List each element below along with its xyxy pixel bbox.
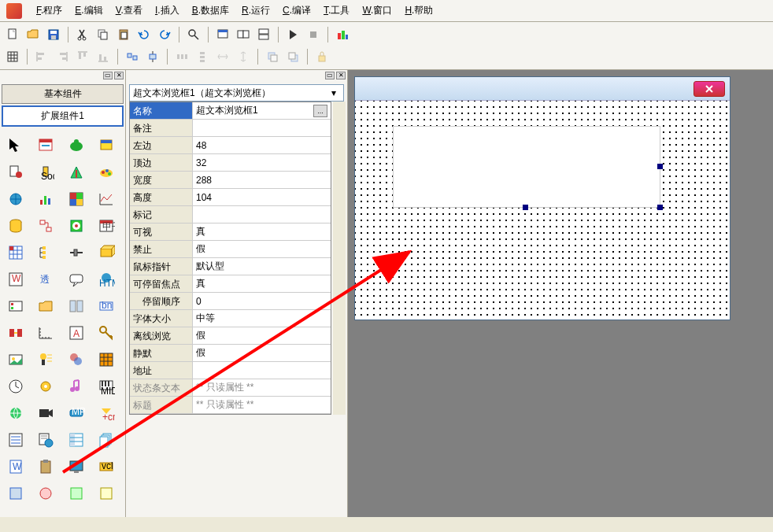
comp-gear-icon[interactable]	[35, 375, 57, 397]
prop-row[interactable]: 状态条文本** 只读属性 **	[130, 379, 331, 397]
align-bottom-button[interactable]	[94, 47, 113, 66]
comp-folder-icon[interactable]	[35, 295, 57, 317]
comp-calendar-icon[interactable]: 甲子	[95, 215, 117, 237]
prop-value[interactable]: 假	[193, 327, 331, 344]
prop-value[interactable]: ** 只读属性 **	[193, 397, 331, 413]
same-height-button[interactable]	[234, 47, 253, 66]
menu-view[interactable]: V.查看	[109, 4, 149, 17]
comp-ruler-icon[interactable]	[35, 322, 57, 344]
menu-edit[interactable]: E.编辑	[68, 4, 109, 17]
find-button[interactable]	[184, 25, 203, 44]
prop-row[interactable]: 地址	[130, 362, 331, 379]
comp-net-icon[interactable]	[5, 402, 27, 424]
comp-extra2-icon[interactable]	[35, 482, 57, 504]
comp-screen-icon[interactable]	[65, 456, 87, 478]
comp-browser-icon[interactable]	[35, 429, 57, 451]
prop-value[interactable]: 288	[193, 172, 331, 188]
comp-cn-icon[interactable]: +cn	[95, 402, 117, 424]
sel-handle[interactable]	[657, 205, 663, 210]
prop-row[interactable]: 顶边32	[130, 154, 331, 172]
prop-value[interactable]: 假	[193, 241, 331, 257]
prop-row[interactable]: 可视真	[130, 224, 331, 241]
cut-button[interactable]	[73, 25, 92, 44]
window3-button[interactable]	[254, 25, 273, 44]
comp-light-icon[interactable]	[35, 349, 57, 371]
comp-vcl-icon[interactable]: vcl	[95, 456, 117, 478]
props-float-button[interactable]: ▭	[325, 72, 335, 79]
lock-button[interactable]	[313, 47, 331, 66]
comp-bn-icon[interactable]: bn	[95, 295, 117, 317]
comp-grid2-icon[interactable]	[95, 349, 117, 371]
layout-grid-button[interactable]	[3, 47, 22, 66]
menu-database[interactable]: B.数据库	[186, 4, 235, 17]
prop-value[interactable]: 中等	[193, 310, 331, 327]
palette-tab-basic[interactable]: 基本组件	[2, 84, 124, 104]
prop-value[interactable]: 真	[193, 224, 331, 240]
prop-value[interactable]: 假	[193, 345, 331, 361]
sel-handle[interactable]	[523, 205, 528, 210]
copy-button[interactable]	[94, 25, 113, 44]
window2-button[interactable]	[234, 25, 253, 44]
comp-tooltip-icon[interactable]	[65, 268, 87, 290]
run-button[interactable]	[283, 25, 302, 44]
menu-program[interactable]: F.程序	[30, 4, 68, 17]
panel-close-button[interactable]: ✕	[114, 72, 124, 79]
prop-row[interactable]: 名称超文本浏览框1...	[130, 102, 331, 120]
save-button[interactable]	[44, 25, 63, 44]
prop-value[interactable]: 32	[193, 154, 331, 171]
prop-row[interactable]: 静默假	[130, 345, 331, 362]
align-top-button[interactable]	[73, 47, 92, 66]
prop-value[interactable]	[193, 120, 331, 136]
menu-insert[interactable]: I.插入	[149, 4, 186, 17]
comp-dial-icon[interactable]	[5, 375, 27, 397]
undo-button[interactable]	[135, 25, 153, 44]
comp-doc3-icon[interactable]	[95, 429, 117, 451]
sel-handle[interactable]	[657, 164, 663, 169]
comp-shape-icon[interactable]	[65, 161, 87, 183]
stop-button[interactable]	[304, 25, 323, 44]
prop-value[interactable]: ** 只读属性 **	[193, 379, 331, 396]
prop-value[interactable]: 超文本浏览框1...	[193, 102, 331, 119]
menu-tools[interactable]: T.工具	[317, 4, 356, 17]
comp-flow-icon[interactable]	[35, 215, 57, 237]
comp-clip-icon[interactable]	[35, 456, 57, 478]
prop-value[interactable]	[193, 206, 331, 223]
prop-row[interactable]: 标题** 只读属性 **	[130, 397, 331, 414]
prop-row[interactable]: 可停留焦点真	[130, 275, 331, 293]
space-horiz-button[interactable]	[172, 47, 191, 66]
comp-globe-icon[interactable]	[5, 188, 27, 210]
palette-tab-ext1[interactable]: 扩展组件1	[2, 105, 124, 127]
comp-db-icon[interactable]	[5, 215, 27, 237]
new-file-button[interactable]	[3, 25, 22, 44]
prop-value[interactable]: 0	[193, 293, 331, 309]
prop-row[interactable]: 禁止假	[130, 241, 331, 258]
comp-paint-icon[interactable]	[95, 161, 117, 183]
prop-edit-button[interactable]: ...	[313, 105, 327, 117]
comp-extra4-icon[interactable]	[95, 482, 117, 504]
prop-value[interactable]: 48	[193, 137, 331, 153]
prop-row[interactable]: 左边48	[130, 137, 331, 154]
comp-socket-icon[interactable]: Sock	[35, 161, 57, 183]
menu-window[interactable]: W.窗口	[356, 4, 398, 17]
comp-word-icon[interactable]: W	[5, 456, 27, 478]
properties-scrollbar[interactable]	[333, 102, 346, 415]
open-file-button[interactable]	[24, 25, 43, 44]
prop-value[interactable]	[193, 362, 331, 379]
comp-res-icon[interactable]	[5, 295, 27, 317]
align-right-button[interactable]	[53, 47, 72, 66]
comp-image-icon[interactable]	[5, 349, 27, 371]
prop-value[interactable]: 真	[193, 275, 331, 292]
comp-midi-icon[interactable]: MIDI	[95, 375, 117, 397]
comp-colorpick-icon[interactable]	[65, 188, 87, 210]
prop-row[interactable]: 标记	[130, 206, 331, 224]
menu-run[interactable]: R.运行	[235, 4, 276, 17]
prop-row[interactable]: 停留顺序0	[130, 293, 331, 310]
comp-graph-icon[interactable]	[95, 188, 117, 210]
props-close-button[interactable]: ✕	[336, 72, 346, 79]
prop-row[interactable]: 鼠标指针默认型	[130, 258, 331, 275]
space-vert-button[interactable]	[193, 47, 212, 66]
comp-list-icon[interactable]	[5, 429, 27, 451]
comp-transparent-icon[interactable]: 透	[35, 268, 57, 290]
comp-textA-icon[interactable]: A	[65, 322, 87, 344]
redo-button[interactable]	[155, 25, 174, 44]
